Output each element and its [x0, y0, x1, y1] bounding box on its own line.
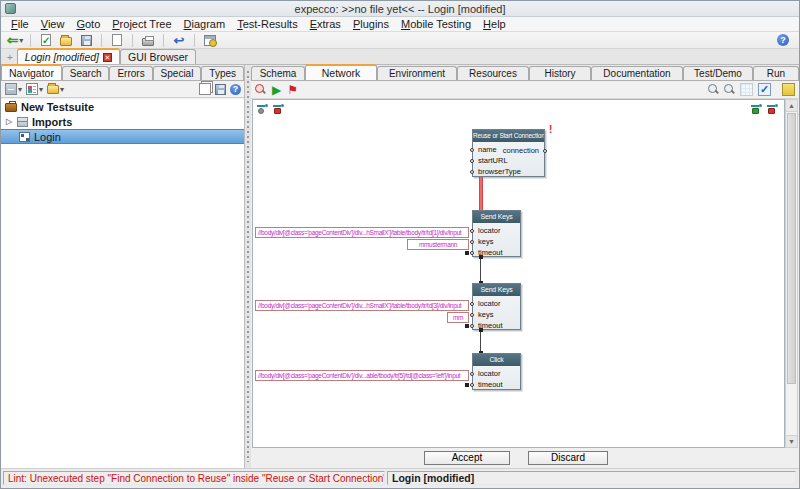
chevron-down-icon[interactable]: ▾ — [39, 85, 43, 94]
network-canvas[interactable]: Reuse or Start Connection name startURL … — [252, 99, 785, 448]
menu-file[interactable]: File — [5, 17, 35, 31]
pin-connector[interactable] — [470, 159, 474, 163]
zoom-out-icon[interactable] — [724, 84, 735, 95]
scrollbar-thumb[interactable] — [787, 113, 796, 384]
run-play-icon[interactable]: ▶ — [272, 84, 281, 96]
tab-errors[interactable]: Errors — [109, 66, 152, 80]
title-bar[interactable]: expecco: >>no file yet<< -- Login [modif… — [1, 1, 799, 17]
pin-connector[interactable] — [470, 324, 474, 328]
menu-test-results[interactable]: Test-Results — [231, 17, 304, 31]
pin-locator[interactable]: locator — [473, 368, 520, 379]
new-document-button[interactable] — [107, 33, 127, 48]
external-output-pin-icon[interactable] — [750, 103, 763, 115]
pin-connector[interactable] — [470, 170, 474, 174]
pin-connector[interactable] — [470, 251, 474, 255]
scroll-up-icon[interactable]: ▲ — [786, 100, 797, 112]
tab-schema[interactable]: Schema — [251, 66, 305, 80]
pin-keys[interactable]: keys — [473, 236, 520, 247]
connection[interactable] — [480, 330, 481, 353]
add-tab-icon[interactable]: + — [3, 52, 17, 64]
zoom-in-icon[interactable] — [708, 84, 719, 95]
xpath-value-label[interactable]: //body/div[@class='pageContentDiv']/div.… — [255, 300, 469, 311]
tab-search[interactable]: Search — [62, 66, 110, 80]
menu-project-tree[interactable]: Project Tree — [106, 17, 177, 31]
tree-item-new-testsuite[interactable]: New Testsuite — [1, 99, 244, 114]
step-click[interactable]: Click locator timeout — [472, 353, 521, 390]
connection-selected[interactable] — [479, 177, 483, 210]
tab-test-demo[interactable]: Test/Demo — [683, 66, 753, 80]
chevron-down-icon[interactable]: ▾ — [19, 36, 23, 45]
tab-login[interactable]: Login [modified] ✕ — [17, 48, 120, 64]
grid-toggle-icon[interactable] — [740, 83, 753, 96]
pin-connector[interactable] — [543, 149, 547, 153]
tab-history[interactable]: History — [529, 66, 591, 80]
step-send-keys-2[interactable]: Send Keys locator keys timeout — [472, 283, 521, 330]
connection[interactable] — [480, 257, 481, 283]
chevron-down-icon[interactable]: ▾ — [60, 85, 64, 94]
discard-button[interactable]: Discard — [528, 451, 608, 465]
item-filter-button[interactable]: ▾ — [25, 82, 44, 96]
tab-resources[interactable]: Resources — [457, 66, 529, 80]
step-send-keys-1[interactable]: Send Keys locator keys timeout — [472, 210, 521, 257]
tab-network[interactable]: Network — [305, 64, 377, 80]
changes-browser-button[interactable] — [200, 33, 220, 48]
menu-goto[interactable]: Goto — [70, 17, 106, 31]
tab-environment[interactable]: Environment — [377, 66, 457, 80]
undo-button[interactable]: ↩ — [169, 33, 189, 48]
tab-documentation[interactable]: Documentation — [591, 66, 683, 80]
print-button[interactable] — [138, 33, 158, 48]
menu-help[interactable]: Help — [477, 17, 512, 31]
step-reuse-or-start-connection[interactable]: Reuse or Start Connection name startURL … — [472, 129, 545, 177]
search-disabled-icon[interactable] — [255, 84, 266, 95]
checkbox-toggle[interactable]: ✓ — [758, 83, 771, 96]
notes-icon[interactable] — [782, 83, 795, 96]
pin-starturl[interactable]: startURL — [473, 155, 544, 166]
save-button[interactable] — [76, 33, 96, 48]
save-tree-icon[interactable] — [215, 84, 226, 95]
pin-connector[interactable] — [470, 372, 474, 376]
xpath-value-label[interactable]: //body/div[@class='pageContentDiv']/div.… — [255, 227, 469, 238]
pin-connector[interactable] — [470, 302, 474, 306]
tab-gui-browser[interactable]: GUI Browser — [120, 49, 196, 64]
tree-view-mode-button[interactable]: ▾ — [4, 82, 23, 96]
accept-button[interactable]: Accept — [424, 451, 510, 465]
help-icon[interactable]: ? — [230, 84, 241, 95]
external-input-pin-remove-icon[interactable] — [272, 103, 285, 115]
tab-run[interactable]: Run — [753, 66, 799, 80]
scroll-down-icon[interactable]: ▼ — [786, 435, 797, 447]
copy-icon[interactable] — [199, 83, 211, 95]
menu-plugins[interactable]: Plugins — [347, 17, 395, 31]
external-output-pin-remove-icon[interactable] — [766, 103, 779, 115]
pin-connector[interactable] — [470, 240, 474, 244]
menu-view[interactable]: View — [35, 17, 71, 31]
pin-connector[interactable] — [470, 313, 474, 317]
pin-connector[interactable] — [470, 148, 474, 152]
pin-browsertype[interactable]: browserType — [473, 166, 544, 177]
step-title[interactable]: Send Keys — [473, 284, 520, 296]
menu-extras[interactable]: Extras — [304, 17, 347, 31]
xpath-value-label[interactable]: //body/div[@class='pageContentDiv']/div.… — [255, 370, 469, 381]
step-title[interactable]: Click — [473, 354, 520, 366]
tree-item-imports[interactable]: ▷ Imports — [1, 114, 244, 129]
back-button[interactable]: ⇐▾ — [5, 33, 25, 48]
pin-connector[interactable] — [470, 229, 474, 233]
breakpoint-flag-icon[interactable]: ⚑ — [287, 84, 298, 96]
tree-item-login[interactable]: Login — [1, 129, 244, 144]
tab-types[interactable]: Types — [201, 66, 244, 80]
pin-connection[interactable]: connection — [503, 146, 539, 155]
vertical-scrollbar[interactable]: ▲ ▼ — [785, 99, 798, 448]
close-icon[interactable]: ✕ — [103, 53, 112, 62]
menu-diagram[interactable]: Diagram — [178, 17, 232, 31]
pin-keys[interactable]: keys — [473, 309, 520, 320]
pin-timeout[interactable]: timeout — [473, 379, 520, 390]
keys-value-label[interactable]: mm — [447, 312, 469, 323]
expander-icon[interactable]: ▷ — [5, 117, 13, 126]
help-button[interactable]: ? — [773, 33, 793, 48]
pin-locator[interactable]: locator — [473, 225, 520, 236]
step-title[interactable]: Send Keys — [473, 211, 520, 223]
menu-mobile-testing[interactable]: Mobile Testing — [395, 17, 477, 31]
chevron-down-icon[interactable]: ▾ — [18, 85, 22, 94]
external-input-pin-icon[interactable] — [256, 103, 269, 115]
tab-special[interactable]: Special — [153, 66, 202, 80]
keys-value-label[interactable]: mmustermann — [407, 239, 469, 250]
